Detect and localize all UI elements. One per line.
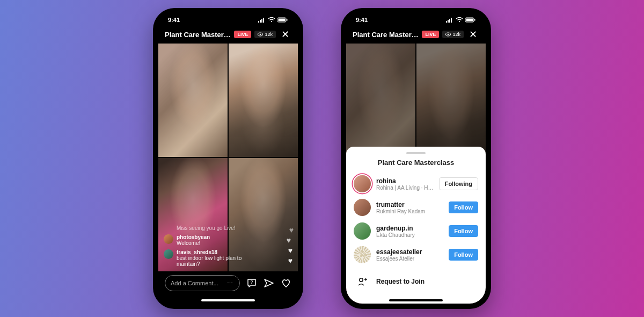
live-title: Plant Care Masterclas... <box>353 31 419 39</box>
battery-icon <box>277 17 288 23</box>
subtitle: Essajees Atelier <box>376 256 443 262</box>
username: essajeesatelier <box>376 248 443 256</box>
svg-rect-14 <box>451 18 452 23</box>
participant-tile[interactable] <box>229 44 298 157</box>
live-badge: LIVE <box>422 31 439 38</box>
avatar <box>164 249 173 259</box>
svg-point-4 <box>271 21 272 22</box>
svg-rect-0 <box>258 21 259 23</box>
avatar <box>354 246 371 263</box>
svg-rect-18 <box>474 19 475 21</box>
subtitle: Rohina | AA Living · Host <box>376 185 434 191</box>
eye-icon <box>445 32 451 37</box>
comment-item: photosbyeanWelcome! <box>164 234 266 246</box>
close-icon[interactable]: ✕ <box>467 28 479 40</box>
comment-stream: Miss seeing you go Live! photosbyeanWelc… <box>164 225 266 267</box>
signal-icon <box>258 17 266 23</box>
heart-icon: ♥ <box>288 256 292 265</box>
request-icon <box>354 273 371 290</box>
comment-placeholder: Add a Comment... <box>171 280 218 286</box>
comment-input[interactable]: Add a Comment... ⋯ <box>165 275 240 291</box>
subtitle: Rukmini Ray Kadam <box>376 208 443 214</box>
sheet-title: Plant Care Masterclass <box>354 158 478 167</box>
participant-tile[interactable] <box>158 44 228 157</box>
svg-rect-3 <box>263 18 264 23</box>
follow-button[interactable]: Follow <box>449 249 478 261</box>
svg-point-15 <box>459 21 460 22</box>
svg-rect-1 <box>260 20 261 23</box>
more-icon[interactable]: ⋯ <box>227 280 234 287</box>
status-icons <box>258 17 288 23</box>
svg-rect-6 <box>279 19 286 21</box>
home-indicator[interactable] <box>389 299 443 301</box>
status-time: 9:41 <box>356 17 368 23</box>
svg-rect-7 <box>287 19 288 21</box>
svg-rect-17 <box>466 19 473 21</box>
participant-row[interactable]: essajeesatelierEssajees Atelier Follow <box>354 243 478 266</box>
participant-row[interactable]: gardenup.inEkta Chaudhary Follow <box>354 219 478 243</box>
viewer-count[interactable]: 12k <box>442 31 464 38</box>
avatar <box>354 199 371 216</box>
username: gardenup.in <box>376 225 443 232</box>
close-icon[interactable]: ✕ <box>279 28 291 40</box>
participant-row[interactable]: rohinaRohina | AA Living · Host Followin… <box>354 172 478 196</box>
username: trumatter <box>376 201 443 208</box>
svg-text:?: ? <box>250 279 253 285</box>
grab-handle[interactable] <box>406 152 426 154</box>
svg-rect-2 <box>261 19 262 23</box>
username: rohina <box>376 177 434 185</box>
screen-right: 9:41 Plant Care Masterclas... LIVE 12k ✕ <box>346 13 486 304</box>
bottom-bar: Add a Comment... ⋯ ? <box>158 271 298 304</box>
heart-icon: ♥ <box>288 246 292 255</box>
avatar <box>164 234 173 244</box>
participants-sheet: Plant Care Masterclass rohinaRohina | AA… <box>346 147 486 304</box>
svg-rect-12 <box>448 20 449 23</box>
battery-icon <box>465 17 476 23</box>
heart-icon[interactable] <box>281 278 291 289</box>
follow-button[interactable]: Follow <box>449 201 478 213</box>
live-header: Plant Care Masterclas... LIVE 12k ✕ <box>346 28 486 40</box>
status-time: 9:41 <box>168 17 180 23</box>
live-header: Plant Care Masterclas... LIVE 12k ✕ <box>158 28 298 40</box>
heart-stream: ♥♥♥♥ <box>288 226 292 265</box>
viewer-count[interactable]: 12k <box>254 31 276 38</box>
request-to-join-row[interactable]: Request to Join <box>354 270 478 293</box>
comment-item: Miss seeing you go Live! <box>164 225 266 231</box>
notch <box>384 8 448 20</box>
live-title: Plant Care Masterclas... <box>165 31 231 39</box>
comment-item: travis_shreds18best indoor low light pla… <box>164 249 266 267</box>
follow-button[interactable]: Follow <box>449 225 478 237</box>
share-icon[interactable] <box>264 278 274 289</box>
wifi-icon <box>456 17 463 23</box>
svg-point-20 <box>448 34 449 35</box>
request-label: Request to Join <box>376 278 425 285</box>
avatar <box>354 175 371 192</box>
avatar <box>354 222 371 240</box>
following-button[interactable]: Following <box>439 177 478 190</box>
home-indicator[interactable] <box>201 299 255 301</box>
svg-point-9 <box>260 34 261 35</box>
participant-row[interactable]: trumatterRukmini Ray Kadam Follow <box>354 196 478 219</box>
signal-icon <box>446 17 453 23</box>
question-icon[interactable]: ? <box>246 278 257 289</box>
live-badge: LIVE <box>234 31 251 38</box>
phone-left: 9:41 Plant Care Masterclas... LIVE 12k ✕… <box>153 8 303 309</box>
heart-icon: ♥ <box>289 226 294 234</box>
svg-point-21 <box>360 278 363 282</box>
svg-rect-11 <box>446 21 447 23</box>
notch <box>196 8 260 20</box>
eye-icon <box>258 32 263 37</box>
phone-right: 9:41 Plant Care Masterclas... LIVE 12k ✕ <box>341 8 491 309</box>
status-icons <box>446 17 476 23</box>
screen-left: 9:41 Plant Care Masterclas... LIVE 12k ✕… <box>158 13 298 304</box>
subtitle: Ekta Chaudhary <box>376 232 443 238</box>
wifi-icon <box>268 17 275 23</box>
svg-rect-13 <box>449 19 450 23</box>
heart-icon: ♥ <box>287 236 291 244</box>
